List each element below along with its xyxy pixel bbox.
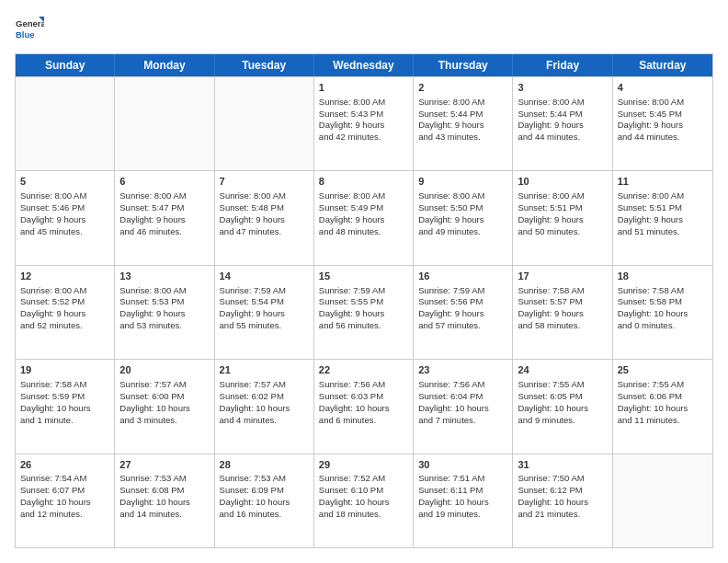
day-info: Sunset: 6:04 PM: [418, 391, 507, 403]
day-info: Sunrise: 7:54 AM: [20, 473, 109, 485]
day-info: Sunrise: 8:00 AM: [319, 190, 408, 202]
day-info: Daylight: 9 hours: [220, 308, 309, 320]
cal-day-29: 29Sunrise: 7:52 AMSunset: 6:10 PMDayligh…: [314, 454, 414, 547]
day-info: and 43 minutes.: [418, 132, 507, 144]
day-number: 17: [518, 270, 607, 283]
day-info: Daylight: 10 hours: [418, 403, 507, 415]
cal-day-30: 30Sunrise: 7:51 AMSunset: 6:11 PMDayligh…: [414, 454, 513, 547]
day-info: Daylight: 10 hours: [418, 497, 507, 509]
cal-empty-cell: [16, 77, 115, 170]
day-info: Sunset: 6:00 PM: [119, 391, 209, 403]
cal-week-row: 5Sunrise: 8:00 AMSunset: 5:46 PMDaylight…: [16, 170, 712, 264]
day-info: Sunrise: 7:58 AM: [20, 379, 109, 391]
day-info: and 14 minutes.: [119, 509, 209, 521]
day-info: Sunset: 5:51 PM: [518, 202, 607, 214]
day-info: Daylight: 9 hours: [20, 214, 109, 226]
cal-day-25: 25Sunrise: 7:55 AMSunset: 6:06 PMDayligh…: [613, 360, 712, 453]
day-number: 30: [418, 458, 507, 472]
day-header-wednesday: Wednesday: [314, 54, 414, 76]
day-info: Sunrise: 8:00 AM: [220, 190, 309, 202]
day-info: and 6 minutes.: [319, 415, 408, 427]
calendar-header-row: SundayMondayTuesdayWednesdayThursdayFrid…: [16, 54, 712, 76]
day-info: and 18 minutes.: [319, 509, 408, 521]
logo-svg: General Blue: [15, 15, 44, 44]
cal-day-20: 20Sunrise: 7:57 AMSunset: 6:00 PMDayligh…: [115, 360, 214, 453]
day-number: 3: [518, 81, 607, 95]
day-info: Sunrise: 8:00 AM: [518, 97, 607, 109]
day-number: 16: [418, 270, 507, 283]
day-info: Daylight: 9 hours: [618, 214, 708, 226]
svg-text:General: General: [16, 18, 44, 29]
day-info: Sunset: 5:44 PM: [418, 109, 507, 121]
day-info: and 57 minutes.: [418, 320, 507, 332]
day-info: Sunset: 6:09 PM: [220, 485, 309, 497]
day-number: 12: [20, 270, 109, 283]
day-number: 1: [319, 81, 408, 95]
day-info: Sunrise: 8:00 AM: [618, 97, 708, 109]
day-number: 29: [319, 458, 408, 472]
day-info: Sunset: 5:53 PM: [119, 296, 209, 308]
day-info: and 0 minutes.: [618, 320, 708, 332]
day-info: Sunset: 5:47 PM: [119, 202, 209, 214]
day-info: and 48 minutes.: [319, 226, 408, 238]
day-info: Daylight: 9 hours: [518, 120, 607, 132]
cal-empty-cell: [613, 454, 712, 547]
day-number: 22: [319, 363, 408, 377]
day-info: Sunrise: 7:58 AM: [518, 285, 607, 297]
cal-day-9: 9Sunrise: 8:00 AMSunset: 5:50 PMDaylight…: [414, 171, 513, 264]
day-number: 21: [220, 363, 309, 377]
day-info: and 45 minutes.: [20, 226, 109, 238]
cal-day-18: 18Sunrise: 7:58 AMSunset: 5:58 PMDayligh…: [613, 266, 712, 359]
day-info: and 3 minutes.: [119, 415, 209, 427]
cal-day-23: 23Sunrise: 7:56 AMSunset: 6:04 PMDayligh…: [414, 360, 513, 453]
day-info: and 21 minutes.: [518, 509, 607, 521]
day-info: Daylight: 10 hours: [618, 403, 708, 415]
cal-day-31: 31Sunrise: 7:50 AMSunset: 6:12 PMDayligh…: [513, 454, 612, 547]
calendar-body: 1Sunrise: 8:00 AMSunset: 5:43 PMDaylight…: [16, 76, 712, 547]
day-header-friday: Friday: [513, 54, 612, 76]
day-number: 9: [418, 175, 507, 189]
day-info: Daylight: 10 hours: [518, 497, 607, 509]
day-info: Sunset: 5:51 PM: [618, 202, 708, 214]
day-info: Daylight: 9 hours: [518, 214, 607, 226]
day-info: Sunset: 5:43 PM: [319, 109, 408, 121]
day-number: 26: [20, 458, 109, 472]
cal-week-row: 19Sunrise: 7:58 AMSunset: 5:59 PMDayligh…: [16, 359, 712, 453]
day-info: and 19 minutes.: [418, 509, 507, 521]
day-number: 19: [20, 363, 109, 377]
day-info: Sunrise: 7:50 AM: [518, 473, 607, 485]
day-info: Daylight: 9 hours: [319, 120, 408, 132]
day-number: 14: [220, 270, 309, 283]
day-header-tuesday: Tuesday: [215, 54, 314, 76]
day-info: Sunrise: 8:00 AM: [418, 97, 507, 109]
day-info: Daylight: 10 hours: [319, 403, 408, 415]
day-info: Daylight: 9 hours: [119, 214, 209, 226]
day-number: 24: [518, 363, 607, 377]
day-number: 11: [618, 175, 708, 189]
cal-day-21: 21Sunrise: 7:57 AMSunset: 6:02 PMDayligh…: [215, 360, 314, 453]
day-info: Daylight: 10 hours: [319, 497, 408, 509]
day-info: and 9 minutes.: [518, 415, 607, 427]
day-info: Daylight: 9 hours: [119, 308, 209, 320]
cal-day-17: 17Sunrise: 7:58 AMSunset: 5:57 PMDayligh…: [513, 266, 612, 359]
day-info: Sunrise: 7:53 AM: [119, 473, 209, 485]
day-info: Sunset: 5:48 PM: [220, 202, 309, 214]
day-info: Daylight: 9 hours: [418, 214, 507, 226]
day-info: Sunset: 5:49 PM: [319, 202, 408, 214]
day-number: 4: [618, 81, 708, 95]
day-info: Daylight: 10 hours: [220, 403, 309, 415]
cal-day-26: 26Sunrise: 7:54 AMSunset: 6:07 PMDayligh…: [16, 454, 115, 547]
day-info: Sunrise: 7:57 AM: [119, 379, 209, 391]
day-info: Sunset: 5:55 PM: [319, 296, 408, 308]
day-info: Sunrise: 7:59 AM: [319, 285, 408, 297]
cal-day-6: 6Sunrise: 8:00 AMSunset: 5:47 PMDaylight…: [115, 171, 214, 264]
day-info: Sunset: 5:56 PM: [418, 296, 507, 308]
day-info: Sunrise: 7:58 AM: [618, 285, 708, 297]
day-number: 31: [518, 458, 607, 472]
day-info: and 1 minute.: [20, 415, 109, 427]
cal-day-24: 24Sunrise: 7:55 AMSunset: 6:05 PMDayligh…: [513, 360, 612, 453]
day-header-sunday: Sunday: [16, 54, 115, 76]
day-info: Sunset: 6:10 PM: [319, 485, 408, 497]
calendar: SundayMondayTuesdayWednesdayThursdayFrid…: [15, 53, 713, 548]
day-info: Daylight: 9 hours: [418, 120, 507, 132]
